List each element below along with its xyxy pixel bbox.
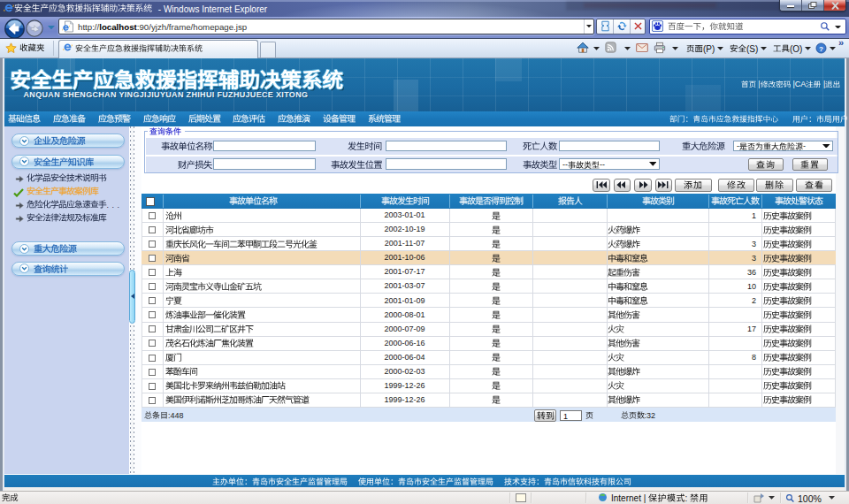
svg-text:?: ? <box>819 44 823 52</box>
